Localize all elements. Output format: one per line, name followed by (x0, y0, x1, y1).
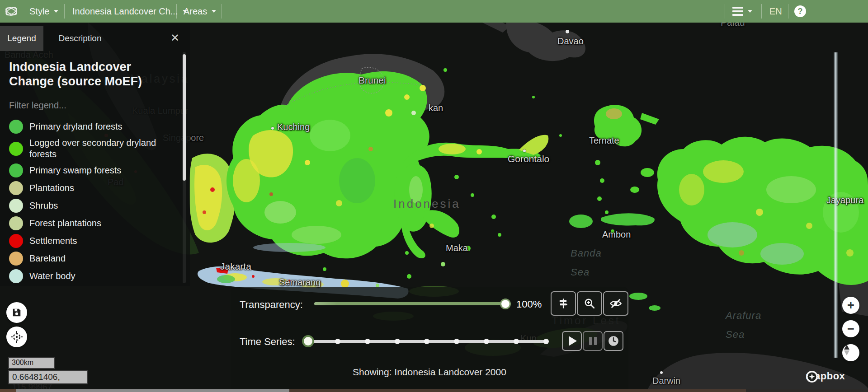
hide-layer-button[interactable] (603, 291, 628, 316)
legend-color-swatch (9, 181, 23, 195)
zoom-in-area-icon (584, 298, 595, 309)
tile-seam-strip (834, 52, 838, 358)
time-series-tick[interactable] (484, 339, 489, 344)
zoom-to-layer-button[interactable] (577, 291, 602, 316)
top-navigation-bar: Style Indonesia Landcover Ch... Areas EN… (0, 0, 868, 23)
panel-scrollbar-thumb[interactable] (183, 54, 186, 181)
mapbox-icon (806, 370, 818, 383)
map-label-brunei: Brunei (359, 75, 386, 86)
signpost-icon (557, 298, 569, 309)
map-label-makassar: Maka (446, 243, 468, 253)
legend-item[interactable]: Shrubs (9, 199, 167, 213)
map-label-jakarta: Jakarta (220, 261, 251, 272)
time-series-tick[interactable] (335, 339, 340, 344)
transparency-label: Transparency: (240, 299, 303, 311)
legend-item[interactable]: Primary dryland forests (9, 120, 167, 134)
pause-button[interactable] (583, 331, 603, 351)
map-label-arafura-sea: Arafura Sea (726, 306, 771, 344)
minus-icon: − (847, 322, 854, 336)
legend-color-swatch (9, 234, 23, 248)
darwin-dot (660, 371, 663, 374)
chevron-down-icon (748, 10, 752, 13)
map-label-kuching: Kuching (277, 122, 310, 132)
map-label-ambon: Ambon (602, 229, 631, 240)
map-label-davao: Davao (557, 36, 584, 47)
save-map-button[interactable] (6, 302, 27, 323)
scrollbar-track-right (746, 389, 868, 392)
legend-item-label: Bareland (29, 253, 66, 264)
topbar-divider (788, 4, 788, 19)
style-menu[interactable]: Style (29, 0, 58, 23)
transparency-slider-track[interactable] (314, 302, 506, 305)
scrollbar-thumb[interactable] (16, 389, 289, 392)
main-menu-button[interactable] (732, 0, 752, 23)
question-mark-icon: ? (798, 7, 803, 16)
legend-item[interactable]: Plantations (9, 181, 167, 195)
gorontalo-dot (523, 149, 526, 152)
map-scale: 300km (8, 357, 55, 369)
legend-item-label: Water body (29, 271, 75, 282)
legend-item[interactable]: Logged over secondary dryland forests (9, 137, 167, 160)
layer-controls-panel: Transparency: 100% T (231, 287, 628, 389)
filter-legend-input[interactable] (9, 98, 145, 112)
crosshair-icon (11, 331, 23, 343)
legend-item[interactable]: Forest plantations (9, 216, 167, 230)
clock-icon (608, 335, 619, 347)
legend-color-swatch (9, 252, 23, 266)
time-series-tick[interactable] (514, 339, 519, 344)
legend-color-swatch (9, 163, 23, 177)
time-series-tick[interactable] (454, 339, 459, 344)
legend-panel: Legend Description ✕ Indonesia Landcover… (0, 23, 190, 286)
time-series-tick[interactable] (395, 339, 400, 344)
legend-item[interactable]: Primary swamp forests (9, 163, 167, 177)
compass-icon (842, 344, 851, 356)
time-series-tick[interactable] (424, 339, 429, 344)
kuching-dot (271, 127, 274, 130)
zoom-out-button[interactable]: − (842, 320, 859, 337)
legend-item[interactable]: Water body (9, 269, 167, 283)
tab-description[interactable]: Description (46, 26, 114, 51)
timeline-speed-button[interactable] (604, 331, 623, 351)
pause-icon (589, 337, 597, 345)
tab-legend[interactable]: Legend (0, 26, 43, 51)
transparency-slider-thumb[interactable] (500, 299, 511, 309)
legend-list: Primary dryland forests Logged over seco… (9, 120, 167, 283)
map-label-banda-sea: Banda Sea (571, 244, 611, 282)
close-icon[interactable]: ✕ (168, 32, 182, 45)
legend-color-swatch (9, 216, 23, 230)
legend-color-swatch (9, 269, 23, 283)
isolate-layer-button[interactable] (551, 291, 576, 316)
help-button[interactable]: ? (794, 5, 806, 17)
mapbox-attribution[interactable]: mapbox (806, 370, 845, 382)
areas-menu[interactable]: Areas (184, 0, 216, 23)
topbar-divider (725, 4, 725, 19)
legend-color-swatch (9, 120, 23, 134)
legend-item[interactable]: Settlements (9, 234, 167, 248)
time-series-tick[interactable] (365, 339, 370, 344)
time-series-label: Time Series: (240, 336, 295, 348)
language-button[interactable]: EN (769, 0, 782, 23)
language-label: EN (769, 6, 782, 17)
legend-item-label: Shrubs (29, 200, 58, 211)
compass-button[interactable] (842, 344, 859, 361)
hamburger-icon (732, 5, 743, 18)
map-label-ternate: Ternate (589, 135, 619, 146)
time-series-slider-thumb[interactable] (302, 335, 314, 347)
legend-item[interactable]: Bareland (9, 252, 167, 266)
topbar-divider (761, 4, 762, 19)
play-button[interactable] (562, 331, 582, 351)
legend-color-swatch (9, 142, 23, 156)
layer-select-menu[interactable]: Indonesia Landcover Ch... (72, 0, 187, 23)
geolocate-button[interactable] (6, 327, 27, 347)
scrollbar-track-left (0, 389, 16, 392)
app-logo-globe-icon[interactable] (4, 4, 19, 19)
zoom-in-button[interactable]: + (842, 297, 859, 314)
style-menu-label: Style (29, 6, 49, 17)
map-label-gorontalo: Gorontalo (508, 154, 549, 164)
horizontal-scrollbar[interactable] (0, 389, 868, 392)
showing-layer-caption: Showing: Indonesia Landcover 2000 (231, 367, 628, 378)
layer-select-label: Indonesia Landcover Ch... (72, 6, 178, 17)
topbar-divider (64, 4, 65, 19)
time-series-tick[interactable] (543, 339, 549, 344)
map-label-tarakan: kan (429, 103, 443, 113)
